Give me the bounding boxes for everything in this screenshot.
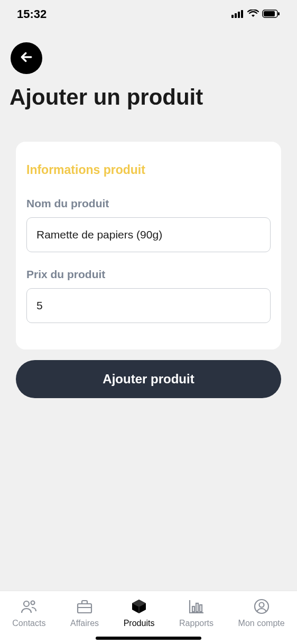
battery-icon: [262, 7, 280, 21]
tab-deals-label: Affaires: [70, 619, 99, 628]
svg-rect-2: [238, 12, 240, 18]
tab-reports-label: Rapports: [179, 619, 214, 628]
product-name-input[interactable]: [26, 217, 271, 252]
svg-point-8: [31, 601, 34, 605]
tab-account-label: Mon compte: [238, 619, 285, 628]
status-time: 15:32: [17, 7, 47, 21]
tab-bar: Contacts Affaires Produits Rapports Mon …: [0, 591, 297, 644]
svg-rect-3: [241, 10, 243, 18]
chart-icon: [187, 599, 205, 614]
status-icons: [231, 7, 280, 21]
product-price-label: Prix du produit: [26, 268, 271, 281]
section-title: Informations produit: [26, 163, 271, 177]
field-product-price: Prix du produit: [26, 268, 271, 323]
tab-reports[interactable]: Rapports: [179, 599, 214, 628]
svg-rect-0: [231, 15, 234, 18]
field-product-name: Nom du produit: [26, 197, 271, 252]
status-bar: 15:32: [0, 0, 297, 26]
back-button[interactable]: [11, 42, 42, 74]
svg-rect-6: [278, 12, 280, 15]
user-circle-icon: [253, 599, 271, 614]
cube-icon: [130, 599, 148, 614]
page-title: Ajouter un produit: [0, 79, 297, 110]
add-product-button[interactable]: Ajouter produit: [16, 360, 281, 398]
tab-deals[interactable]: Affaires: [70, 599, 99, 628]
product-price-input[interactable]: [26, 288, 271, 323]
tab-products[interactable]: Produits: [124, 599, 155, 628]
svg-rect-5: [264, 11, 275, 16]
arrow-left-icon: [18, 49, 34, 67]
home-indicator: [96, 637, 201, 640]
svg-rect-12: [200, 605, 202, 612]
svg-point-7: [24, 601, 29, 606]
svg-rect-9: [78, 604, 91, 613]
tab-contacts[interactable]: Contacts: [12, 599, 45, 628]
svg-rect-11: [196, 603, 198, 612]
svg-point-14: [259, 603, 264, 608]
tab-products-label: Produits: [124, 619, 155, 628]
signal-icon: [231, 7, 244, 21]
product-form-card: Informations produit Nom du produit Prix…: [16, 142, 281, 349]
contacts-icon: [20, 599, 38, 614]
briefcase-icon: [76, 599, 94, 614]
wifi-icon: [247, 7, 259, 21]
svg-rect-1: [235, 13, 237, 18]
tab-account[interactable]: Mon compte: [238, 599, 285, 628]
tab-contacts-label: Contacts: [12, 619, 45, 628]
svg-rect-10: [192, 606, 194, 612]
product-name-label: Nom du produit: [26, 197, 271, 210]
